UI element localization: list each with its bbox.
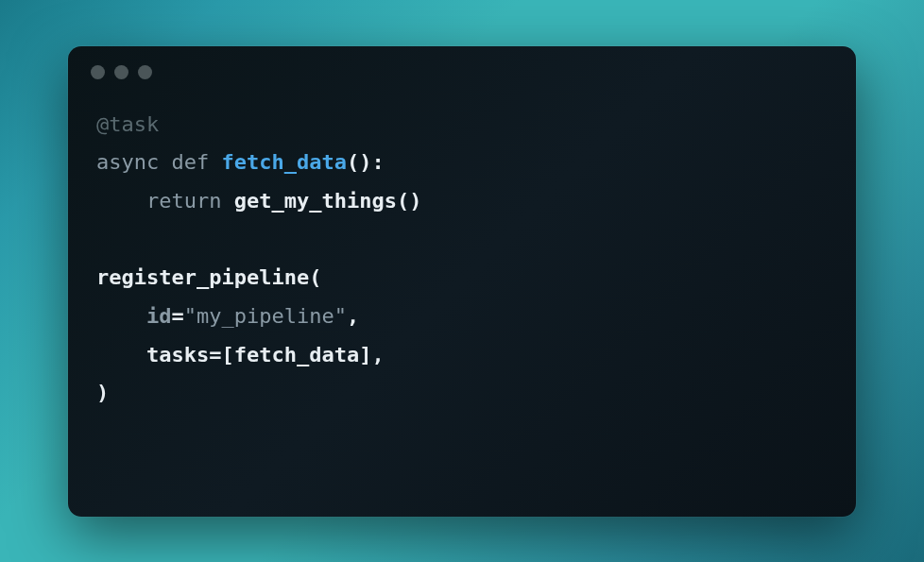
string-value: "my_pipeline" xyxy=(184,304,347,328)
indent xyxy=(96,343,146,366)
keyword-return: return xyxy=(146,189,221,213)
comma: , xyxy=(371,343,384,366)
indent xyxy=(96,304,146,328)
keyword-async: async xyxy=(96,150,159,174)
traffic-light-close[interactable] xyxy=(91,65,105,79)
open-bracket: [ xyxy=(221,343,233,366)
comma: , xyxy=(347,304,359,328)
decorator: @task xyxy=(96,112,159,136)
code-content: @task async def fetch_data(): return get… xyxy=(68,79,856,440)
traffic-lights xyxy=(68,46,856,79)
code-line-3: return get_my_things() xyxy=(96,182,828,221)
close-paren: ) xyxy=(96,381,109,404)
equals: = xyxy=(171,304,183,328)
function-name: register_pipeline xyxy=(96,265,309,289)
keyword-def: def xyxy=(171,150,209,174)
function-name: fetch_data xyxy=(221,150,346,174)
param-id: id xyxy=(146,304,172,328)
close-bracket: ] xyxy=(359,343,371,366)
code-line-4: register_pipeline( xyxy=(96,259,828,298)
open-paren: ( xyxy=(309,265,321,289)
code-line-1: @task xyxy=(96,106,828,145)
parentheses: (): xyxy=(347,150,385,174)
blank-line xyxy=(96,221,828,260)
function-call: get_my_things() xyxy=(234,189,422,213)
traffic-light-maximize[interactable] xyxy=(138,65,152,79)
code-line-6: tasks=[fetch_data], xyxy=(96,336,828,375)
param-tasks: tasks xyxy=(146,343,209,366)
code-line-2: async def fetch_data(): xyxy=(96,144,828,182)
indent xyxy=(96,189,146,213)
code-window: @task async def fetch_data(): return get… xyxy=(68,46,856,517)
traffic-light-minimize[interactable] xyxy=(114,65,128,79)
list-value: fetch_data xyxy=(234,343,359,366)
equals: = xyxy=(209,343,221,366)
code-line-5: id="my_pipeline", xyxy=(96,298,828,336)
code-line-7: ) xyxy=(96,374,828,413)
